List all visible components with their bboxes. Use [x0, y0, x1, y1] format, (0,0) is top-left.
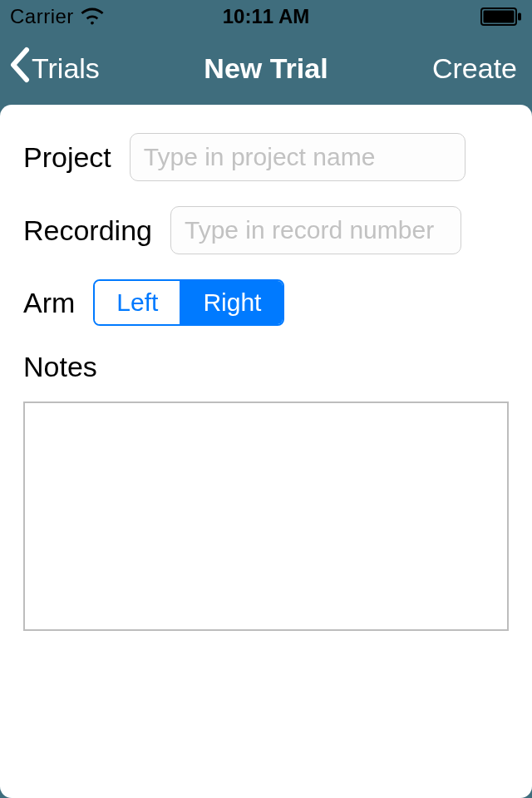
- status-bar-right: [480, 7, 522, 26]
- arm-segmented-control: Left Right: [93, 279, 284, 326]
- status-bar-time: 10:11 AM: [223, 5, 309, 28]
- arm-label: Arm: [23, 287, 75, 319]
- arm-row: Arm Left Right: [23, 279, 509, 326]
- form-content: Project Recording Arm Left Right Notes: [0, 105, 532, 798]
- project-label: Project: [23, 141, 111, 174]
- back-button-label: Trials: [32, 52, 100, 85]
- battery-icon: [480, 7, 522, 26]
- status-bar: Carrier 10:11 AM: [0, 0, 532, 33]
- svg-rect-2: [518, 13, 521, 21]
- svg-rect-1: [484, 11, 515, 23]
- chevron-left-icon: [8, 47, 30, 90]
- recording-label: Recording: [23, 214, 152, 247]
- recording-input[interactable]: [170, 206, 461, 254]
- project-input[interactable]: [130, 133, 466, 181]
- arm-option-left[interactable]: Left: [95, 281, 180, 324]
- notes-label: Notes: [23, 351, 509, 383]
- carrier-label: Carrier: [10, 5, 74, 28]
- page-title: New Trial: [204, 52, 328, 85]
- notes-textarea[interactable]: [23, 401, 509, 631]
- navigation-bar: Trials New Trial Create: [0, 33, 532, 105]
- wifi-icon: [81, 7, 104, 27]
- create-button[interactable]: Create: [432, 52, 517, 85]
- status-bar-left: Carrier: [10, 5, 104, 28]
- back-button[interactable]: Trials: [8, 47, 100, 90]
- app-screen: Carrier 10:11 AM Trials New Trial Create…: [0, 0, 532, 798]
- arm-option-right[interactable]: Right: [180, 281, 283, 324]
- recording-row: Recording: [23, 206, 509, 254]
- project-row: Project: [23, 133, 509, 181]
